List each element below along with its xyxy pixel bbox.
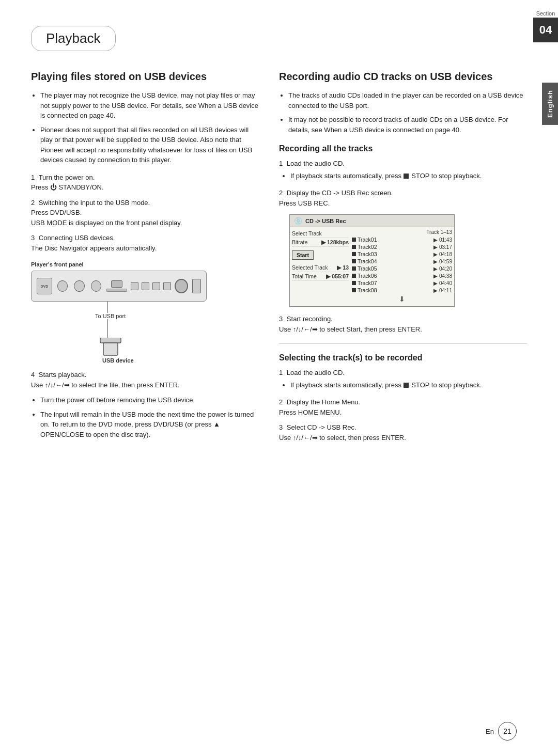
player-btn-1 <box>131 282 138 290</box>
track-row-5: Track05 ▶ 04:20 <box>352 265 452 272</box>
step-num: 3 <box>279 315 283 323</box>
section-divider <box>279 343 527 344</box>
step-note: USB MODE is displayed on the front panel… <box>31 219 182 227</box>
list-item: If playback starts automatically, press … <box>290 380 527 390</box>
track-name: Track01 <box>358 237 433 243</box>
sel-step-1: 1 Load the audio CD. If playback starts … <box>279 368 527 390</box>
svg-rect-0 <box>100 338 121 343</box>
track-time: ▶ 01:43 <box>433 237 452 243</box>
step-sub: Use ↑/↓/←/➡ to select, then press ENTER. <box>279 434 406 442</box>
list-item: It may not be possible to record tracks … <box>288 115 527 135</box>
track-name: Track03 <box>358 251 433 257</box>
row-label: Selected Track <box>292 264 328 271</box>
player-btn-2 <box>142 282 149 290</box>
step-num: 1 <box>279 369 283 376</box>
step-num: 3 <box>279 423 283 431</box>
player-button-2 <box>74 280 85 292</box>
section-tab: Section 04 <box>533 10 558 42</box>
track-time: ▶ 04:20 <box>433 266 452 272</box>
track-time: ▶ 04:40 <box>433 280 452 286</box>
usb-slot <box>111 280 122 288</box>
track-indicator <box>352 266 356 271</box>
page-number: 21 <box>498 722 517 741</box>
step-2: 2 Switching the input to the USB mode. P… <box>31 198 258 228</box>
track-indicator <box>352 274 356 278</box>
step-text: Load the audio CD. <box>287 160 345 167</box>
list-item: The tracks of audio CDs loaded in the pl… <box>288 90 527 111</box>
track-name: Track05 <box>358 265 433 272</box>
player-btn-4 <box>163 282 171 290</box>
player-btn-last <box>192 279 201 293</box>
player-button-1 <box>57 280 68 292</box>
step-4: 4 Starts playback. Use ↑/↓/←/➡ to select… <box>31 370 258 390</box>
cd-usb-screen: 💿 CD -> USB Rec Select Track Bitrate ▶ 1… <box>289 214 455 307</box>
track-indicator <box>352 252 356 256</box>
selecting-tracks-heading: Selecting the track(s) to be recorded <box>279 353 527 363</box>
row-val: ▶ 13 <box>337 264 349 271</box>
cd-left-panel: Select Track Bitrate ▶ 128kbps Start Sel… <box>292 229 349 304</box>
step-num: 4 <box>31 371 35 379</box>
step-text: Load the audio CD. <box>287 369 345 376</box>
list-item: Turn the power off before removing the U… <box>40 395 258 405</box>
track-row-1: Track01 ▶ 01:43 <box>352 236 452 243</box>
page-title: Playback <box>31 26 116 51</box>
scroll-indicator: ⬇ <box>352 294 452 304</box>
usb-device-svg <box>99 338 125 357</box>
recording-all-heading: Recording all the tracks <box>279 144 527 153</box>
row-label: Bitrate <box>292 239 307 245</box>
cd-left-row-3: Selected Track ▶ 13 <box>292 263 349 272</box>
step-text: Turn the power on. <box>39 174 95 181</box>
track-row-8: Track08 ▶ 04:11 <box>352 287 452 294</box>
list-item: The player may not recognize the USB dev… <box>40 90 258 121</box>
track-indicator <box>352 259 356 263</box>
step-sub: Press DVD/USB. <box>31 209 82 216</box>
step-sub: The Disc Navigator appears automatically… <box>31 244 157 252</box>
track-indicator <box>352 245 356 249</box>
player-wheel <box>175 279 188 293</box>
cd-usb-title-text: CD -> USB Rec <box>305 218 346 224</box>
pointer-line-v <box>107 302 108 313</box>
step-num: 3 <box>31 234 35 242</box>
usb-port-label: To USB port <box>95 313 207 319</box>
step-text: Starts playback. <box>39 371 87 379</box>
step-1: 1 Turn the power on. Press ⏻ STANDBY/ON. <box>31 172 258 193</box>
section-number: 04 <box>533 18 558 42</box>
usb-device-label: USB device <box>102 357 207 364</box>
track-row-2: Track02 ▶ 03:17 <box>352 243 452 250</box>
left-column: Playing files stored on USB devices The … <box>31 70 258 448</box>
step-text: Display the Home Menu. <box>287 398 360 406</box>
row-val: ▶ 055:07 <box>326 273 349 279</box>
track-range: Track 1–13 <box>352 229 452 236</box>
left-heading: Playing files stored on USB devices <box>31 70 258 83</box>
step-text: Connecting USB devices. <box>39 234 115 242</box>
sel-step-3: 3 Select CD -> USB Rec. Use ↑/↓/←/➡ to s… <box>279 422 527 443</box>
step-sub: Press USB REC. <box>279 199 330 207</box>
usb-cable <box>107 319 108 338</box>
sel-step-2: 2 Display the Home Menu. Press HOME MENU… <box>279 397 527 417</box>
cd-left-row-4: Total Time ▶ 055:07 <box>292 272 349 281</box>
start-button[interactable]: Start <box>292 250 314 260</box>
list-item: Pioneer does not support that all files … <box>40 125 258 165</box>
track-row-4: Track04 ▶ 04:59 <box>352 258 452 265</box>
step-sub: Press HOME MENU. <box>279 408 342 416</box>
usb-port-pointer-area: To USB port USB device <box>102 302 207 364</box>
list-item: The input will remain in the USB mode th… <box>40 410 258 440</box>
track-name: Track08 <box>358 287 433 293</box>
row-label: Total Time <box>292 273 317 279</box>
usb-slot-area <box>106 280 127 292</box>
player-diagram: Player's front panel DVD <box>31 261 258 364</box>
track-row-7: Track07 ▶ 04:40 <box>352 279 452 287</box>
right-bullets: The tracks of audio CDs loaded in the pl… <box>279 90 527 135</box>
rec-step-1: 1 Load the audio CD. If playback starts … <box>279 159 527 181</box>
player-box: DVD <box>31 271 207 302</box>
cd-usb-title: 💿 CD -> USB Rec <box>290 215 454 227</box>
step-num: 1 <box>31 174 35 181</box>
track-name: Track07 <box>358 280 433 286</box>
left-bullets: The player may not recognize the USB dev… <box>31 90 258 165</box>
right-column: Recording audio CD tracks on USB devices… <box>279 70 527 448</box>
step-text: Switching the input to the USB mode. <box>39 199 150 207</box>
track-row-6: Track06 ▶ 04:38 <box>352 272 452 279</box>
dvd-logo: DVD <box>37 278 52 294</box>
track-time: ▶ 04:59 <box>433 259 452 264</box>
row-val: ▶ 128kbps <box>321 239 349 245</box>
